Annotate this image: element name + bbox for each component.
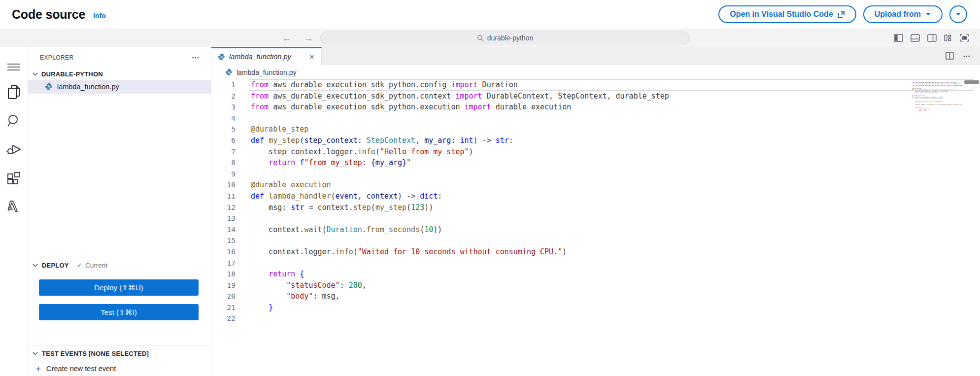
header-actions: Open in Visual Studio Code Upload from	[718, 5, 967, 23]
chevron-down-icon	[33, 352, 38, 355]
caret-down-icon	[925, 12, 931, 16]
code-line[interactable]: 11def lambda_handler(event, context) -> …	[211, 191, 980, 202]
search-value: durable-python	[487, 34, 533, 42]
code-line[interactable]: 9	[211, 169, 980, 180]
info-link[interactable]: Info	[93, 12, 106, 20]
code-line[interactable]: 8 return f"from my_step: {my_arg}"	[211, 157, 980, 169]
code-line[interactable]: 14 context.wait(Duration.from_seconds(10…	[211, 224, 980, 236]
command-center-search[interactable]: durable-python	[320, 32, 690, 44]
more-code-actions-button[interactable]	[949, 5, 967, 23]
code-line[interactable]: 18 return {	[211, 269, 980, 280]
create-test-event-button[interactable]: + Create new test event	[28, 361, 211, 376]
code-line[interactable]: 7 step_context.logger.info("Hello from m…	[211, 146, 980, 158]
folder-durable-python[interactable]: DURABLE-PYTHON	[28, 68, 211, 80]
more-actions-icon[interactable]: ⋯	[963, 52, 971, 61]
code-line[interactable]: 3from aws_durable_execution_sdk_python.e…	[211, 102, 980, 113]
split-editor-icon[interactable]	[946, 52, 954, 60]
explorer-view-button[interactable]	[0, 78, 28, 106]
code-line[interactable]: 4	[211, 113, 980, 124]
editor-toolbar: ← → durable-python	[0, 29, 980, 47]
deploy-section-header[interactable]: DEPLOY ✓ Current	[28, 257, 211, 273]
line-number: 5	[211, 124, 236, 135]
search-icon	[477, 34, 484, 41]
code-line[interactable]: 10@durable_execution	[211, 179, 980, 191]
line-number: 10	[211, 179, 236, 191]
line-number: 6	[211, 135, 236, 146]
close-icon[interactable]: ×	[307, 52, 316, 62]
code-line[interactable]: 2from aws_durable_execution_sdk_python.c…	[211, 91, 980, 102]
open-in-vscode-button[interactable]: Open in Visual Studio Code	[718, 5, 856, 23]
code-line[interactable]: 16 context.logger.info("Waited for 10 se…	[211, 246, 980, 258]
deploy-section-label: DEPLOY	[42, 262, 69, 269]
minimap[interactable]: from aws_durable_execution_sdk_python.co…	[912, 82, 962, 114]
explorer-title: EXPLORER	[40, 54, 74, 61]
menu-button[interactable]	[0, 56, 28, 78]
external-link-icon	[838, 11, 845, 18]
run-debug-icon	[6, 142, 21, 156]
files-icon	[7, 85, 21, 100]
breadcrumb[interactable]: lambda_function.py	[211, 65, 980, 79]
page-header: Code source Info Open in Visual Studio C…	[0, 0, 980, 29]
upload-from-button[interactable]: Upload from	[863, 5, 943, 23]
page-title: Code source	[12, 7, 85, 22]
line-number: 19	[211, 280, 236, 291]
code-lines: 1from aws_durable_execution_sdk_python.c…	[211, 79, 980, 324]
forward-arrow-icon[interactable]: →	[304, 33, 313, 44]
code-line[interactable]: 5@durable_step	[211, 124, 980, 135]
code-line[interactable]: 20 "body": msg,	[211, 291, 980, 302]
check-icon: ✓	[77, 261, 82, 269]
python-icon	[225, 68, 233, 76]
search-view-button[interactable]	[0, 106, 28, 135]
toggle-primary-sidebar-icon[interactable]	[894, 34, 903, 42]
line-number: 22	[211, 313, 236, 324]
code-editor[interactable]: 1from aws_durable_execution_sdk_python.c…	[211, 79, 980, 376]
aws-lambda-view-button[interactable]	[0, 192, 28, 221]
lambda-code-source-page: Code source Info Open in Visual Studio C…	[0, 0, 980, 376]
toggle-secondary-sidebar-icon[interactable]	[927, 34, 937, 42]
menu-icon	[7, 63, 20, 71]
line-number: 17	[211, 258, 236, 269]
run-debug-view-button[interactable]	[0, 135, 28, 164]
test-events-section-header[interactable]: TEST EVENTS [NONE SELECTED]	[28, 345, 211, 361]
python-icon	[45, 83, 53, 91]
deploy-status: ✓ Current	[77, 261, 107, 269]
line-number: 18	[211, 269, 236, 280]
extensions-icon	[7, 171, 21, 185]
code-line[interactable]: 15	[211, 235, 980, 246]
test-button[interactable]: Test (⇧⌘I)	[39, 304, 199, 320]
code-line[interactable]: 17	[211, 258, 980, 269]
extensions-view-button[interactable]	[0, 164, 28, 192]
code-line[interactable]: 13	[211, 213, 980, 224]
code-line[interactable]: 12 msg: str = context.step(my_step(123))	[211, 202, 980, 213]
explorer-sidebar: EXPLORER ⋯ DURABLE-PYTHON lambda_functio…	[28, 47, 211, 376]
file-lambda-function[interactable]: lambda_function.py	[28, 80, 211, 94]
line-number: 9	[211, 169, 236, 180]
more-actions-icon[interactable]: ⋯	[192, 53, 200, 62]
code-line[interactable]: 1from aws_durable_execution_sdk_python.c…	[211, 79, 980, 91]
back-arrow-icon[interactable]: ←	[282, 33, 292, 44]
line-number: 7	[211, 146, 236, 158]
code-line[interactable]: 19 "statusCode": 200,	[211, 280, 980, 291]
toggle-panel-icon[interactable]	[911, 34, 920, 42]
caret-down-icon	[955, 12, 961, 16]
customize-layout-icon[interactable]	[944, 34, 952, 42]
activity-bar	[0, 47, 28, 376]
scrollbar-thumb[interactable]	[964, 80, 979, 84]
fullscreen-icon[interactable]	[960, 34, 969, 42]
code-line[interactable]: 6def my_step(step_context: StepContext, …	[211, 135, 980, 146]
line-number: 11	[211, 191, 236, 202]
code-line[interactable]: 22	[211, 313, 980, 324]
editor-tab-bar: lambda_function.py × ⋯	[211, 47, 980, 65]
test-events-section-label: TEST EVENTS [NONE SELECTED]	[42, 350, 149, 357]
code-line[interactable]: 21 }	[211, 302, 980, 313]
line-number: 14	[211, 224, 236, 236]
deploy-button[interactable]: Deploy (⇧⌘U)	[39, 279, 199, 296]
file-label: lambda_function.py	[57, 83, 119, 91]
line-number: 13	[211, 213, 236, 224]
upload-from-label: Upload from	[875, 10, 921, 19]
chevron-down-icon	[33, 72, 38, 76]
line-number: 12	[211, 202, 236, 213]
tab-lambda-function[interactable]: lambda_function.py ×	[211, 47, 322, 65]
plus-icon: +	[35, 364, 41, 374]
minimap-line	[912, 113, 962, 114]
